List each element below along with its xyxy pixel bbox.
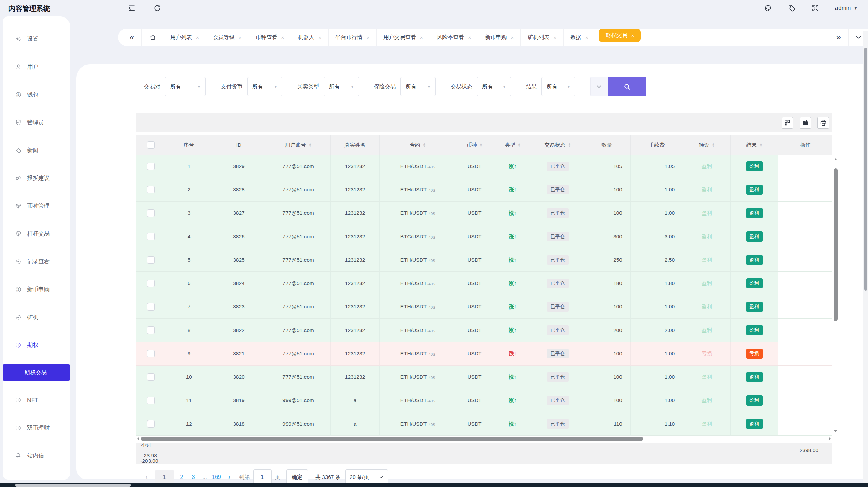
export-button[interactable] [800,117,811,129]
page-size-select[interactable]: 20 条/页 [345,469,388,485]
tabs-scroll-left-icon[interactable]: « [122,29,142,46]
sidebar-item[interactable]: 记录查看 [3,248,70,276]
sidebar-item[interactable]: 期权 [3,331,70,359]
sidebar-item[interactable]: 管理员 [3,109,70,136]
page-number[interactable]: 169 [211,470,222,485]
row-checkbox[interactable] [147,373,155,381]
close-icon[interactable]: × [196,35,199,40]
sort-icon[interactable]: ▲▼ [712,143,715,147]
sidebar-item[interactable]: 设置 [3,25,70,53]
close-icon[interactable]: × [631,33,634,38]
page-vertical-scroll-thumb[interactable] [864,48,867,291]
sort-icon[interactable]: ▲▼ [480,143,482,147]
page-number[interactable]: 3 [188,470,199,485]
filter-select[interactable]: 所有▼ [541,77,575,96]
tab-item[interactable]: 用户列表× [163,29,206,46]
prev-page-icon[interactable]: ‹ [141,473,153,482]
refresh-icon[interactable] [153,4,161,12]
theme-palette-icon[interactable] [764,4,772,12]
row-checkbox[interactable] [147,256,155,264]
tab-item[interactable]: 矿机列表× [521,29,564,46]
column-header-account[interactable]: 用户账号▲▼ [266,135,331,155]
close-icon[interactable]: × [318,35,321,40]
close-icon[interactable]: × [553,35,556,40]
sidebar-item[interactable]: 投拆建议 [3,164,70,192]
next-page-icon[interactable]: › [222,473,236,482]
filter-select[interactable]: 所有▼ [247,77,282,96]
page-number-current[interactable]: 1 [155,470,174,485]
user-menu[interactable]: admin ▼ [835,5,858,12]
tab-item[interactable]: 机器人× [291,29,329,46]
sort-icon[interactable]: ▲▼ [518,143,521,147]
scroll-up-arrow-icon[interactable] [834,157,837,160]
filter-select[interactable]: 所有▼ [477,77,511,96]
filter-select[interactable]: 所有▼ [400,77,436,96]
sidebar-item[interactable]: 矿机 [3,303,70,331]
tab-item[interactable]: 币种查看× [249,29,292,46]
sidebar-item-active[interactable]: 期权交易 [3,364,70,381]
print-button[interactable] [817,117,829,129]
select-all-checkbox[interactable] [147,141,155,149]
close-icon[interactable]: × [239,35,242,40]
page-number[interactable]: 2 [176,470,188,485]
close-icon[interactable]: × [420,35,423,40]
sort-icon[interactable]: ▲▼ [423,143,426,147]
tab-item[interactable]: 风险率查看× [430,29,478,46]
search-button[interactable] [608,77,646,96]
sidebar-item[interactable]: 站内信 [3,442,70,470]
tab-active[interactable]: 期权交易× [599,29,641,42]
close-icon[interactable]: × [511,35,514,40]
sidebar-item[interactable]: 用户 [3,53,70,81]
sidebar-item[interactable]: 新闻 [3,136,70,164]
collapse-filters-button[interactable] [590,77,608,96]
row-checkbox[interactable] [147,420,155,428]
column-header-status[interactable]: 交易状态▲▼ [532,135,583,155]
sidebar-item[interactable]: NFT [3,386,70,414]
close-icon[interactable]: × [367,35,370,40]
column-header-preset[interactable]: 预设▲▼ [683,135,731,155]
vertical-scroll-thumb[interactable] [834,168,838,321]
tab-item[interactable]: 平台币行情× [329,29,377,46]
collapse-sidebar-icon[interactable] [127,4,136,12]
row-checkbox[interactable] [147,350,155,357]
home-tab-icon[interactable] [142,29,163,46]
filter-select[interactable]: 所有▼ [165,77,206,96]
sidebar-item[interactable]: 币种管理 [3,192,70,220]
row-checkbox[interactable] [147,186,155,193]
column-header-result[interactable]: 结果▲▼ [731,135,778,155]
close-icon[interactable]: × [281,35,284,40]
scroll-right-arrow-icon[interactable] [829,437,832,441]
scroll-down-arrow-icon[interactable] [834,430,837,434]
goto-confirm-button[interactable]: 确定 [286,469,308,485]
row-checkbox[interactable] [147,233,155,240]
row-checkbox[interactable] [147,303,155,311]
filter-select[interactable]: 所有▼ [324,77,359,96]
close-icon[interactable]: × [468,35,471,40]
row-checkbox[interactable] [147,209,155,217]
tab-item[interactable]: 新币申购× [478,29,521,46]
sidebar-item[interactable]: $新币申购 [3,276,70,303]
row-checkbox[interactable] [147,280,155,287]
goto-page-input[interactable] [253,469,272,485]
fullscreen-icon[interactable] [811,4,820,12]
sidebar-item[interactable]: 杠杆交易 [3,220,70,248]
tag-icon[interactable] [788,4,796,12]
sort-icon[interactable]: ▲▼ [760,143,762,147]
column-settings-button[interactable] [782,117,793,129]
column-header-coin[interactable]: 币种▲▼ [456,135,493,155]
row-checkbox[interactable] [147,397,155,404]
close-icon[interactable]: × [585,35,588,40]
tab-item[interactable]: 用户交易查看× [377,29,430,46]
sort-icon[interactable]: ▲▼ [568,143,571,147]
tabs-scroll-right-icon[interactable]: » [829,29,848,46]
tab-item[interactable]: 会员等级× [206,29,249,46]
column-header-type[interactable]: 类型▲▼ [493,135,532,155]
page-horizontal-scroll-thumb[interactable] [15,484,131,487]
row-checkbox[interactable] [147,326,155,334]
scroll-left-arrow-icon[interactable] [136,437,139,441]
row-checkbox[interactable] [147,163,155,170]
column-header-contract[interactable]: 合约▲▼ [380,135,456,155]
sidebar-item[interactable]: 双币理财 [3,414,70,442]
tab-item[interactable]: 数据× [564,29,595,46]
horizontal-scroll-thumb[interactable] [141,437,643,441]
